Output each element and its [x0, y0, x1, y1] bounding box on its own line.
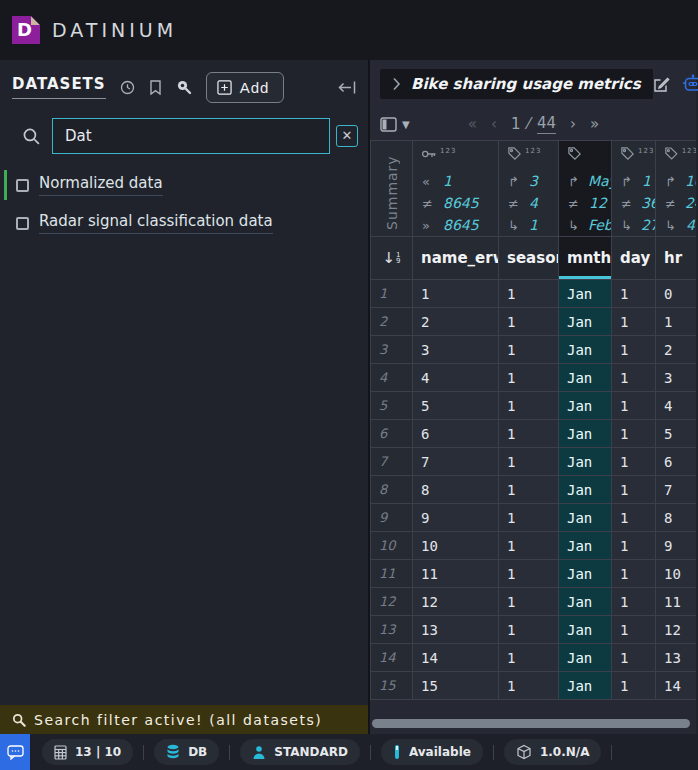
dataset-checkbox[interactable] — [16, 179, 29, 192]
table-cell[interactable]: 1 — [612, 644, 656, 672]
table-cell[interactable]: 4 — [656, 392, 697, 420]
table-cell[interactable]: 1 — [499, 476, 559, 504]
table-cell[interactable]: Jan — [559, 476, 612, 504]
table-cell[interactable]: Jan — [559, 560, 612, 588]
chat-button[interactable] — [0, 734, 30, 770]
table-cell[interactable]: 0 — [656, 280, 697, 308]
search-filter-status-bar[interactable]: Search filter active! (all datasets) — [0, 705, 368, 734]
table-cell[interactable]: Jan — [559, 308, 612, 336]
sort-header-cell[interactable]: ↓19 — [371, 237, 413, 280]
table-cell[interactable]: 2 — [413, 308, 499, 336]
column-header-season[interactable]: season — [499, 237, 559, 280]
search-icon[interactable] — [10, 127, 52, 146]
availability-badge[interactable]: Available — [381, 739, 483, 765]
table-cell[interactable]: 13 — [656, 644, 697, 672]
table-cell[interactable]: 1 — [612, 308, 656, 336]
table-cell[interactable]: Jan — [559, 448, 612, 476]
dataset-label[interactable]: Normalized data — [39, 174, 163, 196]
table-cell[interactable]: 13 — [413, 616, 499, 644]
table-cell[interactable]: 1 — [499, 336, 559, 364]
row-col-count-badge[interactable]: 13 | 10 — [42, 739, 133, 765]
table-cell[interactable]: 1 — [612, 476, 656, 504]
table-cell[interactable]: 1 — [612, 616, 656, 644]
table-cell[interactable]: 3 — [413, 336, 499, 364]
db-badge[interactable]: DB — [154, 739, 219, 765]
table-cell[interactable]: 1 — [499, 504, 559, 532]
table-cell[interactable]: 9 — [656, 532, 697, 560]
summary-cell-hr[interactable]: 123↱16≠24↳4 — [656, 141, 697, 237]
table-cell[interactable]: 2 — [656, 336, 697, 364]
table-cell[interactable]: 6 — [656, 448, 697, 476]
horizontal-scrollbar[interactable] — [370, 718, 696, 730]
table-cell[interactable]: Jan — [559, 588, 612, 616]
table-cell[interactable]: 4 — [413, 364, 499, 392]
prev-page-button[interactable]: ‹ — [491, 115, 497, 133]
table-cell[interactable]: Jan — [559, 616, 612, 644]
table-cell[interactable]: 1 — [499, 308, 559, 336]
table-cell[interactable]: Jan — [559, 532, 612, 560]
total-pages[interactable]: 44 — [537, 114, 556, 134]
table-cell[interactable]: Jan — [559, 280, 612, 308]
table-cell[interactable]: 1 — [612, 672, 656, 700]
robot-assistant-icon[interactable] — [682, 74, 698, 94]
table-cell[interactable]: Jan — [559, 504, 612, 532]
table-cell[interactable]: Jan — [559, 392, 612, 420]
version-badge[interactable]: 1.0.N/A — [504, 739, 602, 765]
table-cell[interactable]: 1 — [612, 448, 656, 476]
dataset-item-radar-signal[interactable]: Radar signal classification data — [0, 204, 368, 242]
dataset-label[interactable]: Radar signal classification data — [39, 212, 273, 234]
table-cell[interactable]: 5 — [656, 420, 697, 448]
first-page-button[interactable]: « — [468, 115, 477, 133]
table-cell[interactable]: 8 — [413, 476, 499, 504]
column-header-name_erw[interactable]: name_erw — [413, 237, 499, 280]
table-cell[interactable]: 1 — [612, 504, 656, 532]
table-cell[interactable]: 5 — [413, 392, 499, 420]
table-cell[interactable]: 8 — [656, 504, 697, 532]
collapse-sidebar-icon[interactable] — [338, 80, 356, 95]
table-cell[interactable]: 1 — [499, 364, 559, 392]
panel-toggle-button[interactable]: ▼ — [380, 117, 410, 132]
summary-cell-name_erw[interactable]: 123«1≠8645»8645 — [413, 141, 499, 237]
user-mode-badge[interactable]: STANDARD — [240, 739, 360, 765]
table-cell[interactable]: 6 — [413, 420, 499, 448]
edit-icon[interactable] — [653, 76, 670, 93]
bookmark-icon[interactable] — [149, 80, 162, 95]
table-cell[interactable]: 1 — [612, 532, 656, 560]
table-cell[interactable]: 1 — [612, 420, 656, 448]
column-header-hr[interactable]: hr — [656, 237, 697, 280]
table-cell[interactable]: 1 — [499, 672, 559, 700]
table-cell[interactable]: 1 — [499, 644, 559, 672]
table-cell[interactable]: 10 — [656, 560, 697, 588]
dataset-title-box[interactable]: Bike sharing usage metrics — [380, 69, 653, 99]
history-clock-icon[interactable] — [120, 80, 135, 95]
table-cell[interactable]: 1 — [499, 448, 559, 476]
next-page-button[interactable]: › — [570, 115, 576, 133]
table-cell[interactable]: 1 — [499, 280, 559, 308]
table-cell[interactable]: Jan — [559, 420, 612, 448]
last-page-button[interactable]: » — [590, 115, 599, 133]
table-cell[interactable]: 9 — [413, 504, 499, 532]
table-cell[interactable]: Jan — [559, 672, 612, 700]
table-cell[interactable]: 1 — [499, 392, 559, 420]
table-cell[interactable]: 14 — [656, 672, 697, 700]
table-cell[interactable]: 7 — [656, 476, 697, 504]
summary-cell-day[interactable]: 123↱1≠365↳27 — [612, 141, 656, 237]
table-cell[interactable]: 1 — [612, 280, 656, 308]
table-cell[interactable]: 1 — [499, 420, 559, 448]
table-cell[interactable]: Jan — [559, 336, 612, 364]
table-cell[interactable]: 12 — [656, 616, 697, 644]
table-cell[interactable]: 12 — [413, 588, 499, 616]
table-cell[interactable]: Jan — [559, 644, 612, 672]
table-cell[interactable]: 1 — [612, 364, 656, 392]
column-header-mnth[interactable]: mnth — [559, 237, 612, 280]
table-cell[interactable]: 1 — [656, 308, 697, 336]
dataset-item-normalized-data[interactable]: Normalized data — [0, 166, 368, 204]
table-cell[interactable]: 1 — [499, 616, 559, 644]
table-cell[interactable]: 1 — [499, 532, 559, 560]
table-cell[interactable]: 1 — [612, 392, 656, 420]
table-cell[interactable]: 1 — [612, 588, 656, 616]
scrollbar-thumb[interactable] — [372, 719, 690, 728]
column-header-day[interactable]: day — [612, 237, 656, 280]
summary-cell-season[interactable]: 123↱3≠4↳1 — [499, 141, 559, 237]
table-cell[interactable]: 1 — [413, 280, 499, 308]
